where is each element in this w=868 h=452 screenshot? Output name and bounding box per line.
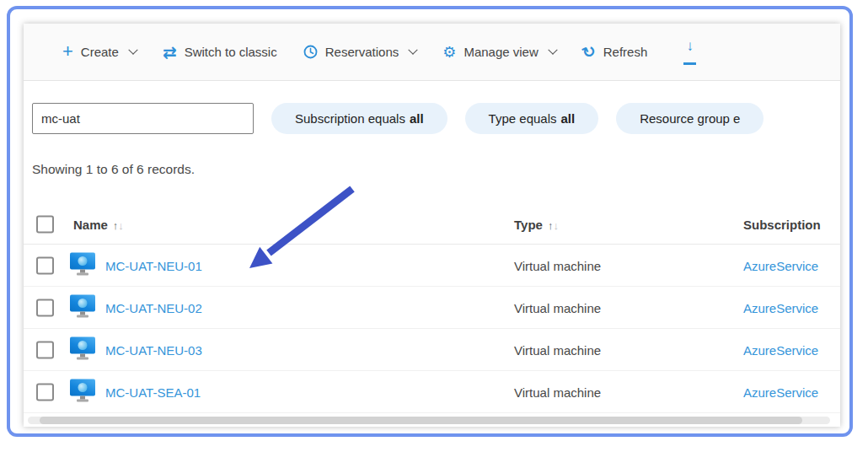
export-csv-button[interactable]: ↓	[683, 39, 696, 65]
refresh-button[interactable]: ↻ Refresh	[582, 44, 647, 60]
vm-type: Virtual machine	[514, 342, 601, 357]
vm-type: Virtual machine	[514, 300, 601, 315]
chevron-down-icon	[128, 45, 137, 54]
table-row: MC-UAT-SEA-01 Virtual machine AzureServi…	[24, 371, 840, 413]
clock-icon	[303, 45, 318, 59]
pill-field: Type equals	[489, 111, 557, 126]
select-all-checkbox[interactable]	[36, 215, 54, 233]
records-summary: Showing 1 to 6 of 6 records.	[32, 162, 195, 177]
vm-name-link[interactable]: MC-UAT-NEU-02	[105, 300, 202, 315]
column-header-type[interactable]: Type↑↓	[514, 217, 559, 231]
gear-icon: ⚙	[442, 45, 456, 60]
vm-subscription-link[interactable]: AzureService	[743, 385, 818, 399]
sort-icons: ↑↓	[113, 218, 124, 231]
pill-value: all	[410, 111, 424, 126]
filter-bar: Subscription equals all Type equals all …	[32, 103, 840, 134]
switch-to-classic-button[interactable]: ⇄ Switch to classic	[163, 44, 277, 61]
row-checkbox[interactable]	[36, 383, 54, 401]
pill-field: Resource group e	[640, 111, 740, 126]
column-header-subscription[interactable]: Subscription	[743, 217, 821, 231]
row-checkbox[interactable]	[36, 256, 54, 274]
table-header-row: Name↑↓ Type↑↓ Subscription	[24, 204, 840, 245]
vm-table: Name↑↓ Type↑↓ Subscription MC-UAT-NEU-01…	[24, 204, 840, 413]
manage-view-button[interactable]: ⚙ Manage view	[442, 45, 556, 60]
download-icon-bar	[683, 62, 696, 65]
vm-type: Virtual machine	[514, 385, 601, 399]
vm-list-panel: + Create ⇄ Switch to classic Reservation…	[24, 24, 840, 427]
virtual-machine-icon	[70, 294, 95, 317]
table-row: MC-UAT-NEU-02 Virtual machine AzureServi…	[24, 287, 840, 329]
create-button[interactable]: + Create	[62, 44, 137, 61]
vm-subscription-link[interactable]: AzureService	[743, 300, 818, 315]
table-row: MC-UAT-NEU-03 Virtual machine AzureServi…	[24, 329, 840, 371]
subscription-header-label: Subscription	[743, 217, 821, 231]
manage-view-label: Manage view	[463, 45, 538, 59]
filter-search-input[interactable]	[32, 103, 254, 134]
vm-name-link[interactable]: MC-UAT-NEU-01	[105, 258, 202, 272]
name-header-label: Name	[73, 217, 108, 231]
vm-type: Virtual machine	[514, 258, 601, 272]
table-row: MC-UAT-NEU-01 Virtual machine AzureServi…	[24, 245, 840, 287]
reservations-button[interactable]: Reservations	[303, 45, 417, 59]
scrollbar-thumb[interactable]	[40, 417, 802, 424]
command-bar: + Create ⇄ Switch to classic Reservation…	[24, 24, 840, 81]
create-button-label: Create	[81, 45, 119, 59]
type-filter-pill[interactable]: Type equals all	[465, 103, 599, 134]
subscription-filter-pill[interactable]: Subscription equals all	[271, 103, 447, 134]
virtual-machine-icon	[70, 252, 95, 275]
resource-group-filter-pill[interactable]: Resource group e	[616, 103, 764, 134]
row-checkbox[interactable]	[36, 299, 54, 316]
switch-arrows-icon: ⇄	[163, 44, 177, 61]
vm-subscription-link[interactable]: AzureService	[743, 258, 818, 272]
vm-name-link[interactable]: MC-UAT-NEU-03	[105, 342, 202, 357]
reservations-label: Reservations	[325, 45, 399, 59]
sort-icons: ↑↓	[548, 218, 559, 231]
refresh-label: Refresh	[603, 45, 648, 59]
plus-icon: +	[62, 42, 73, 61]
row-checkbox[interactable]	[36, 341, 54, 358]
pill-field: Subscription equals	[295, 111, 405, 126]
virtual-machine-icon	[70, 379, 95, 401]
virtual-machine-icon	[70, 336, 95, 359]
pill-value: all	[561, 111, 576, 126]
switch-to-classic-label: Switch to classic	[185, 45, 277, 59]
chevron-down-icon	[409, 45, 418, 54]
chevron-down-icon	[548, 45, 557, 54]
vm-subscription-link[interactable]: AzureService	[743, 342, 818, 357]
horizontal-scrollbar[interactable]	[28, 417, 830, 424]
column-header-name[interactable]: Name↑↓	[73, 217, 124, 231]
type-header-label: Type	[514, 217, 543, 231]
vm-name-link[interactable]: MC-UAT-SEA-01	[105, 385, 201, 399]
download-icon: ↓	[686, 39, 694, 53]
refresh-icon: ↻	[580, 42, 598, 62]
